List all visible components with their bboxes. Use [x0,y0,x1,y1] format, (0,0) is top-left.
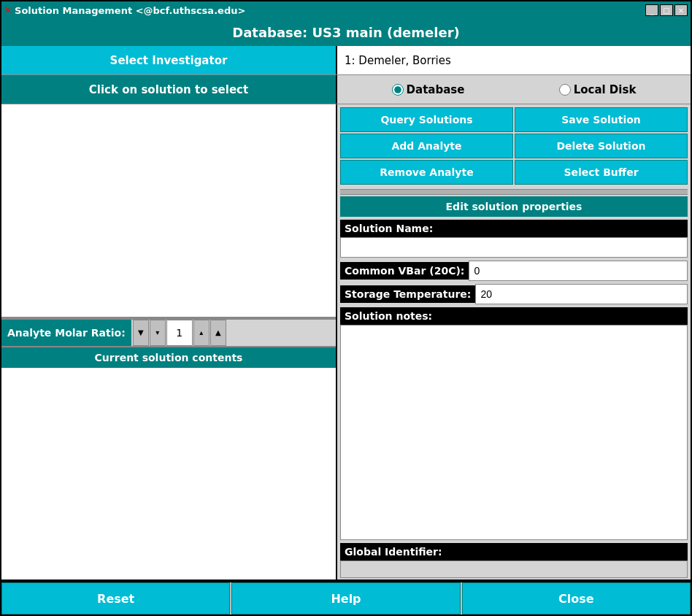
radio-localdisk-input[interactable] [559,84,571,96]
solution-name-input[interactable] [340,237,688,258]
contents-list[interactable] [1,368,336,580]
analyte-ratio-row: Analyte Molar Ratio: ▼ ▾ 1 ▴ ▲ [1,318,336,347]
solution-notes-textarea[interactable] [340,325,688,540]
spin-value[interactable]: 1 [166,320,193,346]
right-panel: Query Solutions Save Solution Add Analyt… [337,104,691,580]
common-vbar-row: Common VBar (20C): [340,261,688,281]
middle-area: Analyte Molar Ratio: ▼ ▾ 1 ▴ ▲ Current s… [1,104,691,581]
left-panel: Analyte Molar Ratio: ▼ ▾ 1 ▴ ▲ Current s… [1,104,337,580]
global-id-label: Global Identifier: [340,543,688,561]
separator-bar [340,189,688,195]
db-header: Database: US3 main (demeler) [1,19,691,46]
spin-up-double-button[interactable]: ▲ [210,320,226,346]
solution-name-label: Solution Name: [340,220,688,237]
query-solutions-button[interactable]: Query Solutions [340,107,513,132]
common-vbar-label: Common VBar (20C): [340,262,469,280]
solution-notes-label: Solution notes: [340,307,688,325]
action-buttons-area: Query Solutions Save Solution Add Analyt… [337,104,691,188]
bottom-bar: Reset Help Close [1,581,691,615]
global-id-input[interactable] [340,561,688,578]
add-analyte-button[interactable]: Add Analyte [340,134,513,158]
analyte-ratio-label: Analyte Molar Ratio: [1,320,131,346]
minimize-button[interactable]: _ [645,4,658,16]
spin-down-button[interactable]: ▾ [150,320,166,346]
spinner-controls: ▼ ▾ 1 ▴ ▲ [133,320,226,346]
current-contents-label: Current solution contents [1,347,336,368]
solution-name-row: Solution Name: [340,220,688,258]
storage-temp-input[interactable] [475,284,688,304]
edit-props-header: Edit solution properties [340,196,688,217]
window-controls: _ □ × [645,4,688,16]
radio-localdisk-label: Local Disk [574,83,637,96]
maximize-button[interactable]: □ [660,4,673,16]
help-button[interactable]: Help [231,582,460,615]
investigator-value[interactable]: 1: Demeler, Borries [337,46,691,74]
save-solution-button[interactable]: Save Solution [515,107,688,132]
storage-radio-group: Database Local Disk [337,75,691,104]
select-buffer-button[interactable]: Select Buffer [515,160,688,185]
main-content: Select Investigator 1: Demeler, Borries … [1,46,691,615]
title-bar: ✕ Solution Management <@bcf.uthscsa.edu>… [1,1,691,19]
storage-temp-label: Storage Temperature: [340,285,475,303]
solution-select-row: Click on solution to select Database Loc… [1,75,691,104]
storage-temp-row: Storage Temperature: [340,284,688,304]
reset-button[interactable]: Reset [1,582,230,615]
title-bar-left: ✕ Solution Management <@bcf.uthscsa.edu> [4,5,245,16]
close-window-button[interactable]: × [674,4,688,16]
spin-down-double-button[interactable]: ▼ [133,320,149,346]
radio-localdisk[interactable]: Local Disk [559,83,637,96]
radio-database-input[interactable] [392,84,404,96]
close-button[interactable]: Close [462,582,691,615]
delete-solution-button[interactable]: Delete Solution [515,134,688,158]
solution-select-label: Click on solution to select [1,75,337,104]
notes-section: Solution notes: [340,307,688,540]
global-id-section: Global Identifier: [340,543,688,578]
investigator-label[interactable]: Select Investigator [1,46,337,74]
solution-list[interactable] [1,104,336,318]
radio-database-label: Database [407,83,465,96]
radio-database[interactable]: Database [392,83,465,96]
window-title: Solution Management <@bcf.uthscsa.edu> [15,5,245,16]
spin-up-button[interactable]: ▴ [193,320,209,346]
common-vbar-input[interactable] [469,261,688,281]
investigator-row: Select Investigator 1: Demeler, Borries [1,46,691,75]
main-window: ✕ Solution Management <@bcf.uthscsa.edu>… [0,0,692,616]
app-icon: ✕ [4,5,12,15]
remove-analyte-button[interactable]: Remove Analyte [340,160,513,185]
